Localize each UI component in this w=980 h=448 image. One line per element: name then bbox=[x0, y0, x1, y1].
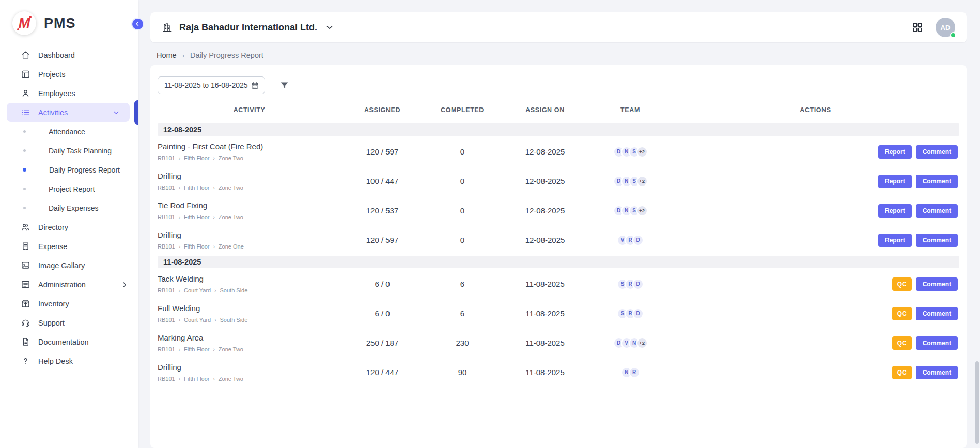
path-segment: Zone One bbox=[219, 243, 244, 250]
path-segment: Fifth Floor bbox=[184, 155, 210, 161]
activity-name: Drilling bbox=[158, 363, 341, 372]
comment-button[interactable]: Comment bbox=[916, 277, 958, 291]
sidebar-subitem-daily-expenses[interactable]: Daily Expenses bbox=[0, 198, 138, 218]
path-segment: Zone Two bbox=[219, 184, 243, 191]
qc-button[interactable]: QC bbox=[892, 336, 912, 350]
sidebar-subitem-attendance[interactable]: Attendance bbox=[0, 122, 138, 141]
sidebar-subitem-daily-progress-report[interactable]: Daily Progress Report bbox=[0, 160, 138, 179]
sidebar-item-directory[interactable]: Directory bbox=[0, 218, 138, 237]
scrollbar-thumb[interactable] bbox=[975, 361, 979, 444]
comment-button[interactable]: Comment bbox=[916, 204, 958, 218]
completed-value: 0 bbox=[424, 236, 501, 244]
column-header-activity: ACTIVITY bbox=[158, 106, 341, 114]
inventory-icon bbox=[21, 299, 30, 308]
sidebar-item-label: Activities bbox=[38, 109, 104, 117]
table-body: 12-08-2025Painting - First Coat (Fire Re… bbox=[158, 122, 959, 387]
activity-cell: Full WeldingRB101›Court Yard›South Side bbox=[158, 304, 341, 323]
chevron-right-icon: › bbox=[213, 347, 215, 352]
documentation-icon bbox=[21, 337, 30, 347]
comment-button[interactable]: Comment bbox=[916, 366, 958, 379]
qc-button[interactable]: QC bbox=[892, 277, 912, 291]
breadcrumb-current: Daily Progress Report bbox=[190, 51, 263, 59]
assigned-value: 6 / 0 bbox=[341, 309, 424, 318]
qc-button[interactable]: QC bbox=[892, 307, 912, 320]
sidebar-item-help-desk[interactable]: Help Desk bbox=[0, 351, 138, 370]
assigned-value: 100 / 447 bbox=[341, 177, 424, 186]
assigned-value: 120 / 597 bbox=[341, 236, 424, 244]
sidebar-item-label: Expense bbox=[38, 242, 129, 251]
team-cell: DVN+2 bbox=[589, 337, 672, 349]
filter-icon[interactable] bbox=[279, 80, 290, 91]
sidebar-item-label: Inventory bbox=[38, 300, 129, 308]
comment-button[interactable]: Comment bbox=[916, 336, 958, 350]
table-row: DrillingRB101›Fifth Floor›Zone One120 / … bbox=[158, 225, 959, 255]
activity-path: RB101›Fifth Floor›Zone One bbox=[158, 243, 341, 250]
qc-button[interactable]: QC bbox=[892, 366, 912, 379]
table-row: DrillingRB101›Fifth Floor›Zone Two120 / … bbox=[158, 358, 959, 387]
administration-icon bbox=[21, 280, 30, 289]
assigned-value: 6 / 0 bbox=[341, 280, 424, 288]
sidebar-item-documentation[interactable]: Documentation bbox=[0, 332, 138, 351]
sidebar-item-image-gallary[interactable]: Image Gallary bbox=[0, 256, 138, 275]
activity-name: Drilling bbox=[158, 172, 341, 180]
sidebar-item-activities[interactable]: Activities bbox=[7, 103, 130, 122]
company-selector[interactable]: Raja Bahadur International Ltd. bbox=[162, 22, 334, 33]
chevron-right-icon: › bbox=[213, 244, 215, 250]
path-segment: RB101 bbox=[158, 155, 175, 161]
completed-value: 6 bbox=[424, 280, 501, 288]
team-avatar: D bbox=[632, 308, 644, 319]
chevron-right-icon: › bbox=[214, 317, 216, 323]
sidebar-subitem-daily-task-planning[interactable]: Daily Task Planning bbox=[0, 141, 138, 160]
sidebar-item-projects[interactable]: Projects bbox=[0, 65, 138, 84]
assign-on-date: 12-08-2025 bbox=[501, 236, 589, 244]
projects-icon bbox=[21, 69, 30, 79]
column-header-completed: COMPLETED bbox=[424, 106, 501, 114]
comment-button[interactable]: Comment bbox=[916, 307, 958, 320]
sidebar-item-administration[interactable]: Administration bbox=[0, 275, 138, 294]
sidebar-subitem-project-report[interactable]: Project Report bbox=[0, 179, 138, 198]
group-date-row: 12-08-2025 bbox=[158, 123, 959, 136]
app-name: PMS bbox=[44, 16, 76, 32]
bullet-icon bbox=[23, 207, 26, 209]
employees-icon bbox=[21, 88, 30, 98]
sidebar-collapse-button[interactable] bbox=[131, 18, 144, 30]
report-button[interactable]: Report bbox=[878, 145, 912, 159]
bullet-icon bbox=[23, 188, 26, 190]
actions-cell: QCComment bbox=[672, 307, 959, 320]
sidebar-item-inventory[interactable]: Inventory bbox=[0, 294, 138, 313]
team-cell: DNS+2 bbox=[589, 146, 672, 158]
user-avatar[interactable]: AD bbox=[936, 18, 955, 37]
path-segment: Zone Two bbox=[219, 155, 243, 161]
comment-button[interactable]: Comment bbox=[916, 175, 958, 188]
column-header-assign-on: ASSIGN ON bbox=[501, 106, 589, 114]
report-button[interactable]: Report bbox=[878, 234, 912, 247]
bullet-icon bbox=[23, 168, 26, 172]
sidebar-item-support[interactable]: Support bbox=[0, 313, 138, 332]
assign-on-date: 12-08-2025 bbox=[501, 147, 589, 156]
comment-button[interactable]: Comment bbox=[916, 234, 958, 247]
completed-value: 90 bbox=[424, 368, 501, 377]
team-avatar: R bbox=[629, 367, 640, 378]
sidebar-item-expense[interactable]: Expense bbox=[0, 237, 138, 256]
comment-button[interactable]: Comment bbox=[916, 145, 958, 159]
chevron-right-icon: › bbox=[213, 214, 215, 220]
team-extra-count: +2 bbox=[636, 146, 648, 158]
activity-path: RB101›Fifth Floor›Zone Two bbox=[158, 214, 341, 220]
activity-cell: DrillingRB101›Fifth Floor›Zone Two bbox=[158, 363, 341, 382]
sidebar-item-employees[interactable]: Employees bbox=[0, 84, 138, 103]
date-range-input[interactable]: 11-08-2025 to 16-08-2025 bbox=[158, 76, 265, 94]
apps-grid-icon[interactable] bbox=[912, 22, 923, 33]
report-button[interactable]: Report bbox=[878, 175, 912, 188]
avatar-initials: AD bbox=[941, 24, 951, 32]
chevron-right-icon: › bbox=[182, 52, 184, 59]
path-segment: RB101 bbox=[158, 376, 175, 382]
report-button[interactable]: Report bbox=[878, 204, 912, 218]
breadcrumb: Home › Daily Progress Report bbox=[157, 51, 967, 59]
logo-letter: M bbox=[19, 16, 30, 32]
path-segment: RB101 bbox=[158, 214, 175, 220]
sidebar-item-dashboard[interactable]: Dashboard bbox=[0, 45, 138, 65]
sidebar-subitem-label: Daily Task Planning bbox=[49, 147, 112, 155]
sidebar-subitem-label: Project Report bbox=[49, 185, 95, 193]
active-indicator bbox=[134, 100, 138, 125]
breadcrumb-home[interactable]: Home bbox=[157, 51, 177, 59]
